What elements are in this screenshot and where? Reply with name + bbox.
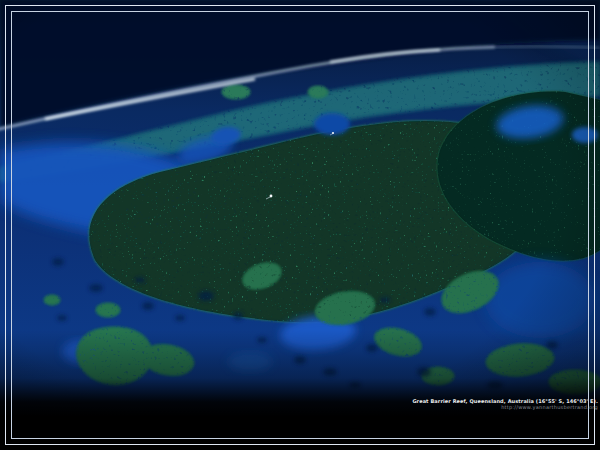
reef-aerial-photo xyxy=(0,0,600,450)
bottom-fade xyxy=(0,330,600,450)
photo-caption: Great Barrier Reef, Queensland, Australi… xyxy=(412,398,598,411)
caption-url-text: http://www.yannarthusbertrand.org xyxy=(412,404,598,410)
caption-location-text: Great Barrier Reef, Queensland, Australi… xyxy=(412,398,598,404)
wallpaper: Great Barrier Reef, Queensland, Australi… xyxy=(0,0,600,450)
